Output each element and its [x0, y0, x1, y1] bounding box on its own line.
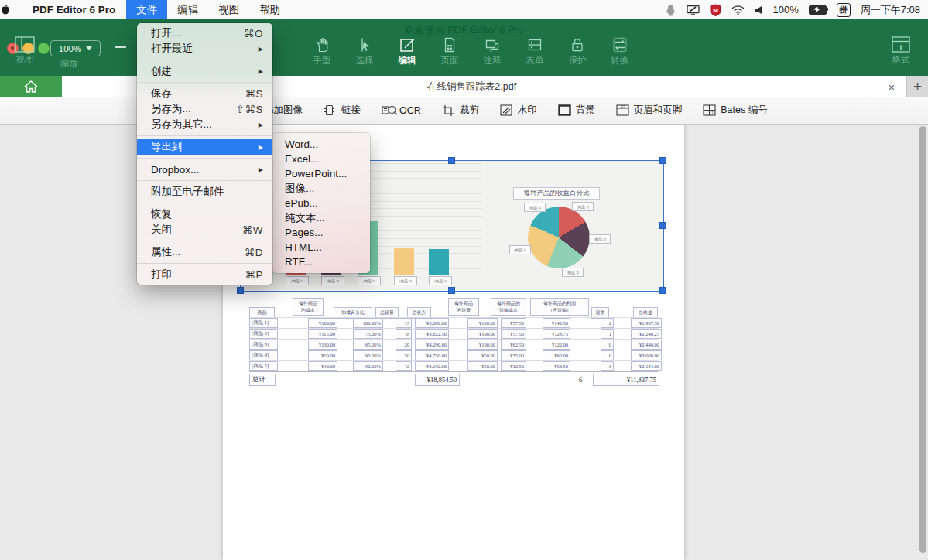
table-cell[interactable]: ¥100.00 [467, 318, 498, 328]
table-cell[interactable]: 1 [601, 329, 614, 339]
menu-item-attach-to-email[interactable]: 附加至电子邮件 [137, 184, 272, 200]
table-cell[interactable]: ¥4,750.00 [415, 350, 449, 360]
menu-item-properties[interactable]: 属性...⌘D [137, 244, 272, 260]
table-cell[interactable]: 50 [396, 350, 412, 360]
tool-form[interactable]: 表单 [515, 36, 555, 67]
submenu-item-word[interactable]: Word... [272, 137, 370, 152]
table-cell[interactable]: ¥3,000.00 [631, 350, 662, 360]
menu-item-open[interactable]: 打开...⌘O [137, 26, 272, 41]
volume-icon[interactable] [755, 5, 762, 15]
tool-edit[interactable]: 编辑 [387, 36, 427, 67]
table-header[interactable]: 每件商品 的运费 [448, 298, 479, 316]
menu-item-close[interactable]: 关闭⌘W [137, 222, 272, 237]
table-cell[interactable]: ¥2,246.25 [631, 329, 662, 339]
menu-item-print[interactable]: 打印⌘P [137, 267, 272, 282]
table-cell[interactable]: 100.00% [353, 318, 383, 328]
selection-handle-ne[interactable] [659, 157, 666, 164]
table-total-revenue[interactable]: ¥18,854.50 [415, 374, 460, 386]
table-cell[interactable]: ¥100.00 [467, 329, 498, 339]
table-cell[interactable]: [商品 2] [249, 329, 278, 339]
table-cell[interactable]: ¥4,290.00 [415, 340, 449, 350]
menu-item-save-as[interactable]: 另存为...⇧⌘S [137, 101, 272, 117]
selection-handle-s[interactable] [448, 287, 455, 294]
table-cell[interactable]: 20 [396, 340, 412, 350]
table-cell[interactable]: ¥128.75 [543, 329, 570, 339]
zoom-out-button[interactable] [115, 46, 126, 48]
table-cell[interactable]: ¥3,192.00 [415, 361, 449, 371]
input-method-icon[interactable]: 拼 [837, 3, 851, 17]
table-cell[interactable]: ¥50.00 [467, 350, 498, 360]
table-cell[interactable]: 65.00% [353, 340, 383, 350]
table-cell[interactable]: 0 [601, 350, 614, 360]
view-button[interactable]: 视图 [5, 36, 45, 66]
new-tab-button[interactable]: + [906, 76, 928, 97]
vertical-scrollbar[interactable] [919, 126, 926, 553]
background-button[interactable]: 背景 [558, 104, 595, 117]
mcafee-shield-icon[interactable]: M [710, 4, 721, 16]
menu-item-create[interactable]: 创建▶ [137, 63, 272, 79]
tool-protect[interactable]: 保护 [557, 36, 598, 67]
table-cell[interactable]: ¥53.50 [543, 361, 570, 371]
wifi-icon[interactable] [731, 5, 745, 15]
table-cell[interactable]: 75.00% [353, 329, 383, 339]
selection-handle-e[interactable] [659, 222, 666, 229]
menubar-clock[interactable]: 周一下午7:08 [861, 3, 920, 17]
submenu-item-rtf[interactable]: RTF... [272, 254, 370, 269]
table-cell[interactable]: ¥60.00 [543, 350, 570, 360]
menu-item-save[interactable]: 保存⌘S [137, 86, 272, 101]
menu-item-dropbox[interactable]: Dropbox...▶ [137, 162, 272, 177]
tool-comment[interactable]: 注释 [472, 36, 512, 67]
table-cell[interactable]: ¥122.00 [543, 340, 570, 350]
table-cell[interactable]: ¥32.50 [501, 361, 526, 371]
tool-hand[interactable]: 手型 [302, 36, 342, 67]
submenu-item-pages[interactable]: Pages... [272, 225, 370, 240]
table-cell[interactable]: [商品 5] [249, 361, 278, 371]
selection-handle-n[interactable] [448, 157, 455, 164]
tool-page[interactable]: 页面 [430, 36, 470, 67]
app-name[interactable]: PDF Editor 6 Pro [26, 4, 122, 15]
table-header[interactable]: 每件商品 的成本 [293, 298, 324, 316]
table-cell[interactable]: 90.00% [353, 350, 383, 360]
menubar-item-view[interactable]: 视图 [208, 0, 249, 19]
table-cell[interactable]: ¥100.00 [308, 318, 337, 328]
table-cell[interactable]: 2 [601, 318, 614, 328]
table-total-label[interactable]: 总计 [249, 374, 276, 386]
table-cell[interactable]: ¥50.00 [308, 350, 337, 360]
bates-number-button[interactable]: 1 Bates 编号 [703, 104, 767, 117]
table-header[interactable]: 每件商品的利润 （含运输） [530, 298, 589, 316]
selection-handle-se[interactable] [659, 287, 666, 294]
crop-button[interactable]: 裁剪 [442, 104, 479, 117]
table-cell[interactable]: ¥50.00 [467, 361, 498, 371]
table-cell[interactable]: 42 [396, 361, 412, 371]
table-cell[interactable]: ¥2,440.00 [631, 340, 662, 350]
header-footer-button[interactable]: 123 页眉和页脚 [616, 104, 683, 117]
menubar-item-file[interactable]: 文件 [126, 0, 167, 19]
submenu-item-plain-text[interactable]: 纯文本... [272, 210, 370, 225]
table-header[interactable]: 每件商品的 运输成本 [491, 298, 526, 316]
table-cell[interactable]: ¥142.50 [543, 318, 570, 328]
table-cell[interactable]: ¥115.00 [308, 329, 337, 339]
submenu-item-html[interactable]: HTML... [272, 240, 370, 254]
submenu-item-excel[interactable]: Excel... [272, 152, 370, 166]
tool-convert[interactable]: 转换 [600, 36, 640, 67]
apple-menu[interactable] [0, 4, 23, 16]
zoom-level-dropdown[interactable]: 100% [50, 40, 101, 56]
table-cell[interactable]: ¥40.00 [308, 361, 337, 371]
display-icon[interactable] [687, 5, 700, 15]
menu-item-revert[interactable]: 恢复 [137, 207, 272, 222]
table-cell[interactable]: 18 [396, 329, 412, 339]
table-cell[interactable]: 15 [396, 318, 412, 328]
table-cell[interactable]: [商品 4] [249, 350, 278, 360]
link-button[interactable]: 链接 [324, 104, 361, 117]
menu-item-save-as-other[interactable]: 另存为其它...▶ [137, 117, 272, 132]
table-cell[interactable]: 90.00% [353, 361, 383, 371]
submenu-item-epub[interactable]: ePub... [272, 196, 370, 210]
table-cell[interactable]: ¥2,184.00 [631, 361, 662, 371]
watermark-button[interactable]: 水印 [500, 104, 537, 117]
table-cell[interactable]: ¥130.00 [308, 340, 337, 350]
submenu-item-image[interactable]: 图像... [272, 181, 370, 196]
table-cell[interactable]: 3 [601, 361, 614, 371]
close-tab-button[interactable]: × [885, 80, 899, 94]
menu-item-export-to[interactable]: 导出到▶ [137, 139, 272, 155]
table-cell[interactable]: ¥35.00 [501, 350, 526, 360]
